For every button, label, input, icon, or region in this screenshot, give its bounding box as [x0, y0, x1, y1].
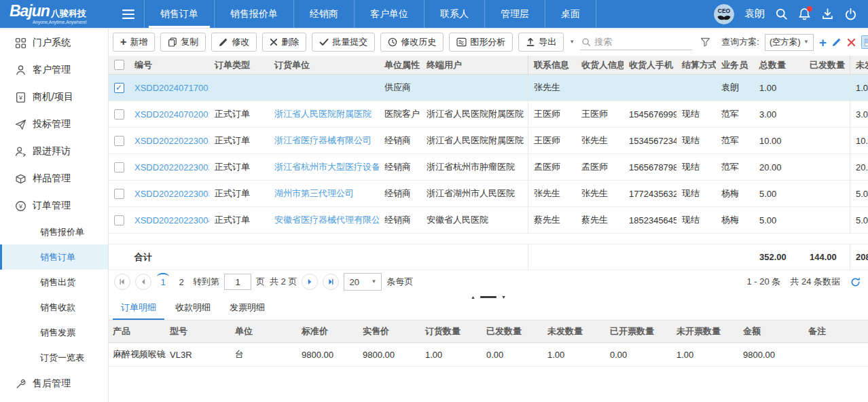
- unit-link[interactable]: 浙江省杭州市大型医疗设备...: [269, 161, 379, 173]
- col-header[interactable]: 标准价: [297, 325, 359, 337]
- col-header[interactable]: 已发数量: [804, 56, 850, 74]
- row-checkbox[interactable]: [114, 136, 124, 146]
- user-name[interactable]: 袁朗: [744, 7, 765, 20]
- hamburger-menu-icon[interactable]: [122, 10, 134, 19]
- col-header[interactable]: 订货数量: [421, 325, 482, 337]
- tab-sales-quotes[interactable]: 销售报价单: [214, 0, 293, 28]
- search-input[interactable]: [594, 37, 676, 47]
- splitter-up-icon[interactable]: ▲: [471, 295, 475, 299]
- sidebar-item-bids[interactable]: 投标管理: [0, 111, 108, 138]
- last-page-button[interactable]: [323, 274, 339, 290]
- scheme-edit-icon[interactable]: [832, 37, 842, 47]
- col-header[interactable]: 单位: [231, 325, 297, 337]
- tab-contacts[interactable]: 联系人: [424, 0, 484, 28]
- table-row[interactable]: XSDD20220223003 正式订单 湖州市第三代理公司 经销商 浙江省湖州…: [109, 181, 868, 207]
- order-no-link[interactable]: XSDD20220223002: [129, 162, 209, 172]
- order-no-link[interactable]: XSDD20220223001: [129, 136, 209, 146]
- row-checkbox[interactable]: [114, 189, 124, 199]
- edit-button[interactable]: 修改: [211, 33, 257, 52]
- col-header[interactable]: 联系信息: [528, 59, 576, 71]
- page-number-2[interactable]: 2: [175, 277, 188, 287]
- row-checkbox[interactable]: [114, 109, 124, 120]
- col-header[interactable]: 订货单位: [269, 59, 379, 71]
- col-header[interactable]: 收货人手机: [623, 59, 676, 71]
- col-header[interactable]: 产品: [109, 325, 166, 337]
- row-checkbox[interactable]: [114, 162, 124, 172]
- col-header[interactable]: 业务员: [716, 59, 754, 71]
- order-no-link[interactable]: XSDD20240702001: [129, 109, 209, 120]
- tab-customer-units[interactable]: 客户单位: [354, 0, 424, 28]
- split-view-toggle[interactable]: [861, 35, 868, 49]
- row-checkbox[interactable]: [114, 215, 124, 225]
- sidebar-item-samples[interactable]: 样品管理: [0, 165, 108, 192]
- table-row[interactable]: XSDD20220223002 正式订单 浙江省杭州市大型医疗设备... 经销商…: [109, 154, 868, 181]
- table-row[interactable]: XSDD20220223004 正式订单 安徽省医疗器械代理有限公司 经销商 安…: [109, 207, 868, 234]
- col-header[interactable]: 收货人信息: [576, 59, 623, 71]
- goto-page-input[interactable]: [224, 274, 251, 290]
- sidebar-subitem-sales-receipts[interactable]: 销售收款: [0, 295, 108, 320]
- filter-funnel-icon[interactable]: [700, 37, 710, 47]
- col-header[interactable]: 未发数量: [543, 325, 606, 337]
- copy-button[interactable]: 复制: [160, 33, 206, 52]
- unit-link[interactable]: 浙江省医疗器械有限公司: [269, 134, 379, 147]
- page-number-1[interactable]: 1: [156, 277, 170, 287]
- sidebar-item-portal[interactable]: 门户系统: [0, 29, 108, 56]
- select-all-checkbox[interactable]: [114, 60, 124, 70]
- col-header[interactable]: 已发数量: [482, 325, 543, 337]
- sidebar-item-orders[interactable]: ¥ 订单管理: [0, 192, 108, 219]
- export-button[interactable]: 导出: [518, 33, 564, 52]
- unit-link[interactable]: 湖州市第三代理公司: [269, 187, 379, 200]
- col-header[interactable]: 结算方式: [676, 59, 716, 71]
- detail-row[interactable]: 麻醉视频喉镜 VL3R 台 9800.00 9800.00 1.00 0.00 …: [109, 343, 868, 367]
- scheme-add-icon[interactable]: +: [819, 36, 827, 49]
- tab-order-detail[interactable]: 订单明细: [113, 302, 164, 320]
- scheme-delete-icon[interactable]: [847, 38, 856, 47]
- sidebar-subitem-order-overview[interactable]: 订货一览表: [0, 345, 108, 370]
- batch-submit-button[interactable]: 批量提交: [312, 33, 375, 52]
- user-avatar[interactable]: CEO: [714, 4, 734, 24]
- sidebar-item-customers[interactable]: 客户管理: [0, 56, 108, 84]
- col-header[interactable]: 备注: [804, 325, 868, 337]
- tab-management[interactable]: 管理层: [484, 0, 545, 28]
- col-header[interactable]: 总数量: [754, 59, 804, 71]
- logout-power-icon[interactable]: [844, 7, 857, 20]
- col-header[interactable]: 实售价: [359, 325, 421, 337]
- row-checkbox[interactable]: [114, 83, 124, 93]
- next-page-button[interactable]: [302, 274, 318, 290]
- search-icon[interactable]: [775, 7, 788, 20]
- sidebar-item-opportunities[interactable]: ¥ 商机/项目: [0, 84, 108, 111]
- table-row[interactable]: XSDD20220223001 正式订单 浙江省医疗器械有限公司 经销商 浙江省…: [109, 128, 868, 154]
- col-header[interactable]: 已开票数量: [606, 325, 672, 337]
- splitter-handle[interactable]: [480, 296, 496, 298]
- chart-analysis-button[interactable]: 图形分析: [449, 33, 513, 52]
- search-field-caret-icon[interactable]: ▼: [569, 39, 575, 45]
- table-row[interactable]: XSDD20240702001 正式订单 浙江省人民医院附属医院 医院客户 浙江…: [109, 101, 868, 128]
- sidebar-subitem-sales-invoices[interactable]: 销售发票: [0, 320, 108, 345]
- first-page-button[interactable]: [114, 274, 130, 290]
- unit-link[interactable]: 浙江省人民医院附属医院: [269, 108, 379, 120]
- download-icon[interactable]: [821, 7, 834, 20]
- notification-bell-icon[interactable]: [798, 7, 811, 20]
- col-header[interactable]: 编号: [129, 59, 209, 71]
- sidebar-item-followup[interactable]: 跟进拜访: [0, 138, 108, 165]
- sidebar-subitem-sales-shipments[interactable]: 销售出货: [0, 270, 108, 295]
- order-no-link[interactable]: XSDD20220223004: [129, 215, 209, 225]
- prev-page-button[interactable]: [135, 274, 151, 290]
- tab-receipt-detail[interactable]: 收款明细: [167, 302, 219, 320]
- splitter-down-icon[interactable]: ▼: [501, 295, 506, 299]
- order-no-link[interactable]: XSDD20220223003: [129, 189, 209, 199]
- add-button[interactable]: +新增: [113, 33, 155, 52]
- table-row[interactable]: XSDD20240717001 供应商 张先生 袁朗 1.00 1.00: [109, 75, 868, 101]
- sidebar-item-aftersales[interactable]: 售后管理: [0, 370, 108, 397]
- col-header[interactable]: 金额: [739, 325, 804, 337]
- col-header[interactable]: 未开票数量: [672, 325, 739, 337]
- tab-invoice-detail[interactable]: 发票明细: [221, 302, 273, 320]
- col-header[interactable]: 终端用户: [421, 56, 528, 74]
- col-header[interactable]: 单位属性: [379, 59, 421, 71]
- tab-sales-orders[interactable]: 销售订单: [144, 0, 214, 28]
- query-scheme-select[interactable]: (空方案) ▼: [765, 34, 814, 51]
- sidebar-subitem-sales-quotes[interactable]: 销售报价单: [0, 219, 108, 244]
- sidebar-subitem-sales-orders[interactable]: 销售订单: [0, 244, 108, 270]
- col-header[interactable]: 订单类型: [209, 59, 269, 71]
- refresh-icon[interactable]: [850, 276, 861, 288]
